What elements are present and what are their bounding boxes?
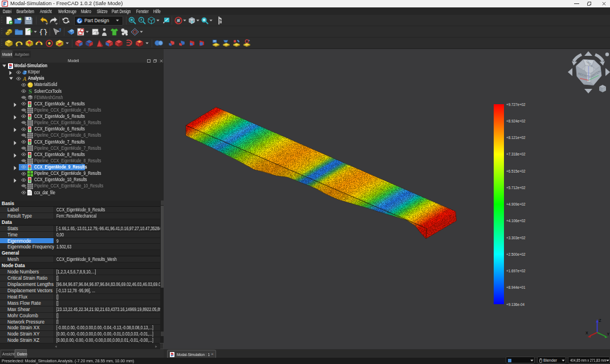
svg-text:Z: Z bbox=[599, 318, 601, 323]
svg-text:?: ? bbox=[59, 28, 61, 33]
svg-text:S: S bbox=[28, 88, 31, 94]
svg-text:{}: {} bbox=[39, 28, 47, 35]
svg-text:A: A bbox=[22, 76, 27, 81]
svg-text:Y: Y bbox=[607, 332, 609, 337]
svg-text:X: X bbox=[585, 331, 588, 336]
